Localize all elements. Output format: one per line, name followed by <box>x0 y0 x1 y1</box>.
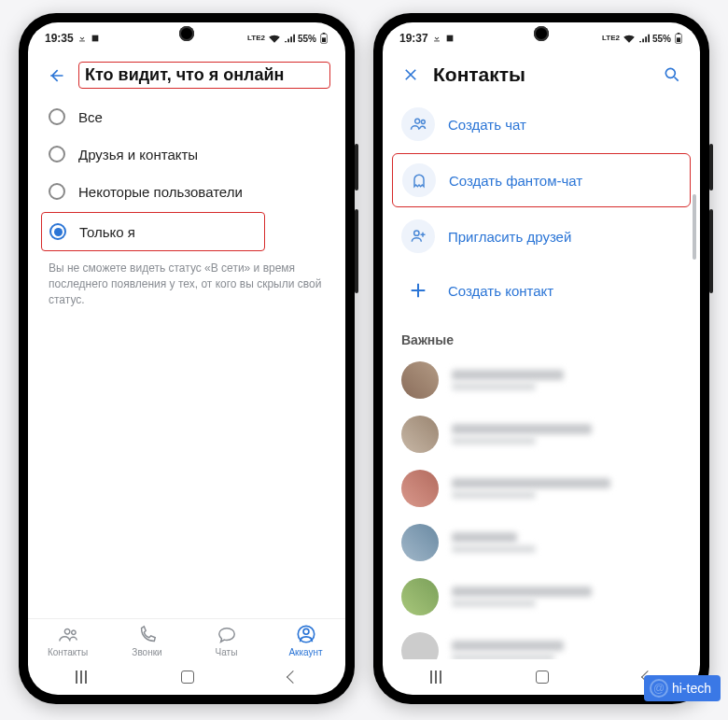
svg-rect-3 <box>323 33 326 34</box>
content-area: Все Друзья и контакты Некоторые пользова… <box>28 98 345 618</box>
nav-label: Звонки <box>132 647 161 657</box>
avatar <box>401 578 439 615</box>
option-label: Некоторые пользователи <box>78 184 243 200</box>
privacy-note: Вы не сможете видеть статус «В сети» и в… <box>28 253 345 307</box>
phone-right: 19:37 LTE2 55% Контакты <box>373 13 709 704</box>
svg-rect-4 <box>322 37 326 42</box>
contact-name-blurred <box>452 641 564 651</box>
contact-name-blurred <box>452 370 564 380</box>
svg-rect-11 <box>677 37 680 42</box>
svg-point-5 <box>303 628 309 634</box>
action-create-chat[interactable]: Создать чат <box>383 97 700 151</box>
option-label: Друзья и контакты <box>78 147 198 162</box>
nav-account[interactable]: Аккаунт <box>266 625 345 657</box>
recents-key[interactable] <box>430 671 441 684</box>
ghost-icon <box>402 163 436 197</box>
action-create-contact[interactable]: Создать контакт <box>383 263 700 318</box>
contact-sub-blurred <box>452 600 536 607</box>
nav-chats[interactable]: Чаты <box>187 625 266 657</box>
bottom-nav: Контакты Звонки Чаты Аккаунт <box>28 618 345 659</box>
account-icon <box>296 625 316 645</box>
contact-name-blurred <box>452 586 592 597</box>
watermark-text: hi-tech <box>672 681 711 696</box>
nav-contacts[interactable]: Контакты <box>28 625 107 657</box>
recents-key[interactable] <box>76 671 87 684</box>
page-title: Кто видит, что я онлайн <box>78 62 330 89</box>
nav-label: Контакты <box>48 647 88 657</box>
radio-checked-icon <box>49 223 66 240</box>
option-some-users[interactable]: Некоторые пользователи <box>28 173 345 210</box>
add-user-icon <box>401 219 435 253</box>
status-net: LTE2 <box>602 35 620 42</box>
nav-label: Аккаунт <box>288 647 322 657</box>
contact-item[interactable] <box>383 624 700 659</box>
svg-rect-1 <box>91 35 98 42</box>
contact-item[interactable] <box>383 515 700 570</box>
status-battery-text: 55% <box>652 34 671 44</box>
radio-icon <box>49 108 65 125</box>
plus-icon <box>401 274 435 307</box>
battery-icon <box>674 33 683 44</box>
scrollbar[interactable] <box>693 194 696 260</box>
close-button[interactable] <box>398 62 424 88</box>
action-label: Создать фантом-чат <box>449 173 582 189</box>
status-time: 19:35 <box>45 32 74 45</box>
status-battery-text: 55% <box>298 34 316 44</box>
radio-icon <box>49 146 65 162</box>
status-small-icon <box>445 34 455 43</box>
page-title: Контакты <box>433 64 650 86</box>
back-button[interactable] <box>43 63 69 89</box>
contact-sub-blurred <box>452 437 536 445</box>
header: Контакты <box>383 54 700 97</box>
nav-calls[interactable]: Звонки <box>107 625 187 657</box>
phone-icon <box>137 625 158 645</box>
battery-icon <box>319 33 329 44</box>
home-key[interactable] <box>536 671 549 684</box>
contact-item[interactable] <box>383 407 700 461</box>
svg-rect-7 <box>434 41 440 42</box>
back-key[interactable] <box>287 671 300 684</box>
camera-hole <box>534 26 549 41</box>
option-friends[interactable]: Друзья и контакты <box>28 135 345 173</box>
at-icon: @ <box>650 679 668 698</box>
action-label: Пригласить друзей <box>448 229 571 245</box>
signal-icon <box>284 34 295 43</box>
option-only-me[interactable]: Только я <box>41 212 265 251</box>
contact-name-blurred <box>452 478 610 488</box>
svg-point-13 <box>414 231 419 235</box>
search-button[interactable] <box>659 62 685 88</box>
avatar <box>401 470 439 507</box>
wifi-icon <box>268 34 281 43</box>
android-softkeys <box>28 659 345 695</box>
nav-label: Чаты <box>216 647 238 657</box>
action-label: Создать контакт <box>448 283 553 299</box>
option-all[interactable]: Все <box>28 98 345 135</box>
contact-item[interactable] <box>383 570 700 624</box>
avatar <box>401 632 439 659</box>
contact-name-blurred <box>452 424 592 434</box>
home-key[interactable] <box>181 671 194 684</box>
status-net: LTE2 <box>247 35 265 42</box>
chat-icon <box>217 625 237 645</box>
avatar <box>401 416 439 453</box>
people-icon <box>401 107 435 141</box>
contact-name-blurred <box>452 532 517 543</box>
option-label: Только я <box>79 224 135 240</box>
action-create-phantom-chat[interactable]: Создать фантом-чат <box>392 153 691 207</box>
svg-rect-8 <box>446 35 453 42</box>
svg-rect-10 <box>678 33 680 34</box>
contact-item[interactable] <box>383 353 700 407</box>
contact-item[interactable] <box>383 461 700 515</box>
download-icon <box>77 34 87 43</box>
download-icon <box>432 34 441 43</box>
contact-sub-blurred <box>452 491 536 499</box>
contact-sub-blurred <box>452 545 536 553</box>
phone-left: 19:35 LTE2 55% Кто видит, что я онлайн <box>19 13 355 704</box>
action-invite-friends[interactable]: Пригласить друзей <box>383 209 700 263</box>
section-important: Важные <box>383 318 700 353</box>
avatar <box>401 361 439 399</box>
radio-icon <box>49 183 65 200</box>
svg-point-12 <box>665 68 675 78</box>
watermark-badge: @ hi-tech <box>644 675 721 701</box>
status-time: 19:37 <box>399 32 428 45</box>
